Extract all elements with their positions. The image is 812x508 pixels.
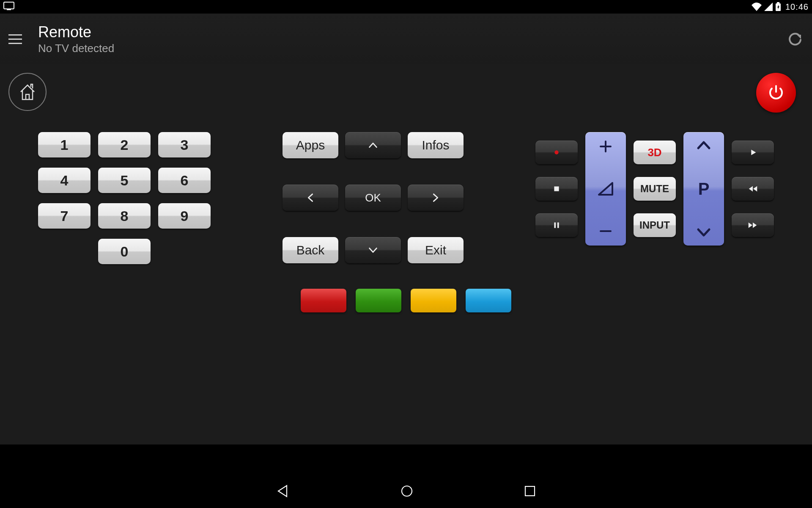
signal-icon	[764, 3, 773, 11]
menu-icon[interactable]	[8, 30, 25, 47]
3d-button[interactable]: 3D	[634, 141, 676, 164]
number-keypad: 1 2 3 4 5 6 7 8 9 0	[38, 132, 211, 264]
green-button[interactable]	[356, 289, 401, 312]
infos-button[interactable]: Infos	[408, 132, 464, 158]
dpad-right[interactable]	[408, 185, 464, 211]
app-bar: Remote No TV detected	[0, 14, 812, 64]
app-subtitle: No TV detected	[38, 42, 114, 55]
color-bar	[301, 289, 511, 312]
blue-button[interactable]	[466, 289, 511, 312]
android-status-bar: 10:46	[0, 0, 812, 14]
svg-rect-11	[557, 222, 559, 228]
svg-point-22	[402, 486, 412, 496]
power-button[interactable]	[756, 73, 796, 113]
input-button[interactable]: INPUT	[634, 213, 676, 237]
key-9[interactable]: 9	[158, 203, 211, 229]
cast-icon	[3, 2, 14, 10]
key-2[interactable]: 2	[98, 132, 151, 157]
volume-rocker[interactable]	[585, 132, 626, 246]
program-rocker[interactable]: P	[683, 132, 724, 246]
nav-home-icon[interactable]	[400, 484, 414, 500]
key-1[interactable]: 1	[38, 132, 91, 157]
yellow-button[interactable]	[411, 289, 456, 312]
key-5[interactable]: 5	[98, 168, 151, 193]
dpad: Apps Infos OK Back Exit	[283, 132, 464, 264]
key-7[interactable]: 7	[38, 203, 91, 229]
svg-marker-6	[797, 35, 801, 39]
key-8[interactable]: 8	[98, 203, 151, 229]
nav-recent-icon[interactable]	[524, 485, 536, 499]
pause-button[interactable]	[535, 213, 578, 237]
svg-rect-23	[525, 486, 535, 496]
red-button[interactable]	[301, 289, 346, 312]
ok-button[interactable]: OK	[345, 185, 401, 211]
nav-back-icon[interactable]	[276, 484, 290, 500]
svg-marker-20	[753, 222, 757, 228]
svg-rect-4	[777, 2, 779, 3]
apps-button[interactable]: Apps	[283, 132, 338, 158]
media-cluster: 3D MUTE INPUT P	[535, 132, 774, 264]
svg-rect-9	[554, 186, 559, 191]
svg-marker-16	[751, 149, 756, 155]
volume-icon	[596, 179, 615, 198]
svg-marker-21	[278, 486, 287, 497]
stop-button[interactable]	[535, 177, 578, 201]
rewind-button[interactable]	[732, 177, 774, 201]
key-3[interactable]: 3	[158, 132, 211, 157]
svg-marker-17	[749, 186, 753, 191]
forward-button[interactable]	[732, 213, 774, 237]
exit-button[interactable]: Exit	[408, 237, 464, 263]
mute-button[interactable]: MUTE	[634, 177, 676, 201]
program-label: P	[698, 179, 710, 199]
dpad-up[interactable]	[345, 132, 401, 158]
battery-charging-icon	[775, 2, 781, 11]
key-0[interactable]: 0	[98, 239, 151, 264]
record-button[interactable]	[535, 141, 578, 164]
svg-rect-0	[4, 2, 14, 9]
home-button[interactable]	[8, 73, 47, 111]
dpad-left[interactable]	[283, 185, 338, 211]
svg-marker-18	[753, 186, 757, 191]
play-button[interactable]	[732, 141, 774, 164]
channel-up-icon	[696, 138, 712, 152]
channel-down-icon	[696, 225, 712, 240]
svg-marker-19	[749, 222, 752, 228]
back-button[interactable]: Back	[283, 237, 338, 263]
volume-up-icon	[597, 138, 614, 155]
app-title: Remote	[38, 23, 114, 41]
android-nav-bar	[0, 476, 812, 508]
svg-rect-1	[7, 9, 11, 10]
refresh-button[interactable]	[787, 30, 804, 47]
status-time: 10:46	[785, 2, 809, 12]
svg-marker-14	[599, 183, 612, 195]
svg-point-8	[554, 150, 558, 154]
svg-rect-10	[554, 222, 556, 228]
key-6[interactable]: 6	[158, 168, 211, 193]
remote-main: 1 2 3 4 5 6 7 8 9 0 Apps Infos OK Back E…	[0, 64, 812, 444]
svg-marker-2	[764, 3, 773, 11]
volume-down-icon	[597, 223, 614, 240]
dpad-down[interactable]	[345, 237, 401, 263]
key-4[interactable]: 4	[38, 168, 91, 193]
wifi-icon	[752, 3, 762, 11]
